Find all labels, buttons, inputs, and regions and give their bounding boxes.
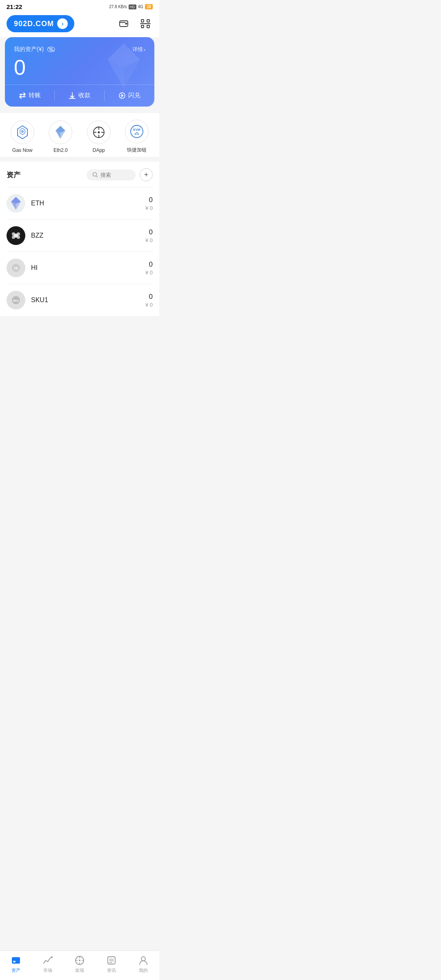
- bzz-amount: 0: [145, 228, 153, 236]
- svg-rect-2: [147, 20, 149, 22]
- brand-button[interactable]: 902D.COM ›: [7, 15, 74, 32]
- svg-rect-1: [141, 20, 144, 22]
- dapp-icon: [92, 126, 105, 139]
- hi-coin-icon: HI: [7, 258, 25, 277]
- flash-button[interactable]: 闪兑: [105, 85, 154, 106]
- dapp-label: DApp: [93, 147, 105, 153]
- receive-label: 收款: [78, 91, 91, 99]
- scan-icon: [140, 18, 151, 29]
- eth2-icon: [54, 125, 67, 140]
- evm-icon: EVM: [129, 124, 144, 139]
- quick-item-gas-now[interactable]: Gas Now: [8, 120, 37, 153]
- quick-item-evm[interactable]: EVM 快捷加链: [122, 120, 151, 154]
- svg-text:HI: HI: [14, 266, 18, 270]
- status-icons: 27.8 KB/s HD 4G 18: [109, 4, 153, 9]
- bzz-name: BZZ: [31, 232, 145, 239]
- transfer-button[interactable]: 转账: [5, 85, 55, 106]
- bzz-values: 0 ¥ 0: [145, 228, 153, 243]
- svg-point-19: [98, 131, 100, 133]
- quick-access-row: Gas Now Eth2.0 DApp: [0, 113, 159, 157]
- asset-item-bzz[interactable]: BZZ 0 ¥ 0: [7, 219, 153, 252]
- brand-arrow-icon: ›: [57, 18, 68, 29]
- eth-cny: ¥ 0: [145, 205, 153, 211]
- quick-item-dapp[interactable]: DApp: [85, 120, 113, 153]
- eth2-icon-wrap: [49, 120, 72, 144]
- evm-label: 快捷加链: [127, 147, 147, 154]
- flash-label: 闪兑: [128, 91, 140, 99]
- search-area: +: [87, 168, 153, 181]
- eth2-label: Eth2.0: [53, 147, 68, 153]
- transfer-icon: [19, 92, 26, 99]
- eth-values: 0 ¥ 0: [145, 196, 153, 211]
- svg-point-27: [93, 173, 97, 176]
- svg-marker-26: [135, 132, 139, 134]
- receive-icon: [69, 92, 76, 99]
- add-wallet-button[interactable]: [117, 16, 131, 31]
- asset-card: 我的资产(¥) 详情 › 0 转账: [5, 37, 154, 107]
- top-nav: 902D.COM ›: [0, 12, 159, 37]
- eth-name: ETH: [31, 200, 145, 207]
- hi-cny: ¥ 0: [145, 270, 153, 276]
- battery-indicator: 18: [145, 4, 153, 9]
- receive-button[interactable]: 收款: [55, 85, 105, 106]
- hi-amount: 0: [145, 261, 153, 269]
- svg-point-24: [131, 125, 143, 138]
- sku1-values: 0 ¥ 0: [145, 293, 153, 308]
- status-time: 21:22: [7, 3, 22, 10]
- search-input[interactable]: [100, 172, 129, 178]
- quick-item-eth2[interactable]: Eth2.0: [46, 120, 75, 153]
- flash-icon: [118, 92, 126, 99]
- svg-point-35: [17, 236, 20, 239]
- bzz-cny: ¥ 0: [145, 237, 153, 243]
- assets-section: 资产 + ETH 0 ¥ 0: [0, 162, 159, 316]
- nav-icons: [117, 16, 153, 31]
- dapp-icon-wrap: [87, 120, 111, 144]
- gas-now-icon-wrap: [11, 120, 34, 144]
- bzz-coin-icon: [7, 226, 25, 245]
- assets-title: 资产: [7, 170, 20, 180]
- hi-name: HI: [31, 264, 145, 272]
- assets-header: 资产 +: [7, 168, 153, 181]
- svg-text:SKU: SKU: [13, 299, 19, 302]
- sku1-cny: ¥ 0: [145, 302, 153, 308]
- svg-point-34: [12, 236, 15, 239]
- svg-rect-3: [141, 25, 144, 28]
- status-bar: 21:22 27.8 KB/s HD 4G 18: [0, 0, 159, 12]
- gas-now-icon: [16, 125, 29, 140]
- sku1-amount: 0: [145, 293, 153, 301]
- hd-badge: HD: [129, 4, 136, 9]
- sku1-coin-icon: SKU: [7, 291, 25, 310]
- eye-icon[interactable]: [47, 45, 55, 53]
- gas-now-label: Gas Now: [12, 147, 32, 153]
- eth-watermark: [101, 41, 146, 92]
- add-icon: +: [144, 171, 149, 179]
- scan-button[interactable]: [138, 16, 153, 31]
- eth-amount: 0: [145, 196, 153, 204]
- search-icon: [92, 172, 98, 178]
- asset-item-sku1[interactable]: SKU SKU1 0 ¥ 0: [7, 284, 153, 316]
- svg-point-33: [17, 232, 20, 236]
- evm-icon-wrap: EVM: [125, 120, 149, 143]
- transfer-label: 转账: [29, 91, 41, 99]
- svg-text:EVM: EVM: [134, 128, 141, 131]
- asset-label: 我的资产(¥): [14, 45, 55, 53]
- network-indicator: 4G: [138, 4, 143, 9]
- search-box: [87, 169, 136, 180]
- wallet-add-icon: [119, 18, 129, 29]
- svg-marker-14: [21, 130, 24, 133]
- asset-item-hi[interactable]: HI HI 0 ¥ 0: [7, 252, 153, 284]
- sku1-name: SKU1: [31, 296, 145, 304]
- asset-item-eth[interactable]: ETH 0 ¥ 0: [7, 187, 153, 219]
- asset-label-text: 我的资产(¥): [14, 46, 44, 53]
- add-asset-button[interactable]: +: [140, 168, 153, 181]
- asset-actions: 转账 收款 闪兑: [5, 85, 154, 106]
- brand-label: 902D.COM: [14, 20, 54, 28]
- hi-values: 0 ¥ 0: [145, 261, 153, 276]
- svg-point-32: [12, 232, 15, 236]
- eth-coin-icon: [7, 194, 25, 213]
- speed-indicator: 27.8 KB/s: [109, 4, 127, 9]
- svg-rect-4: [147, 25, 149, 28]
